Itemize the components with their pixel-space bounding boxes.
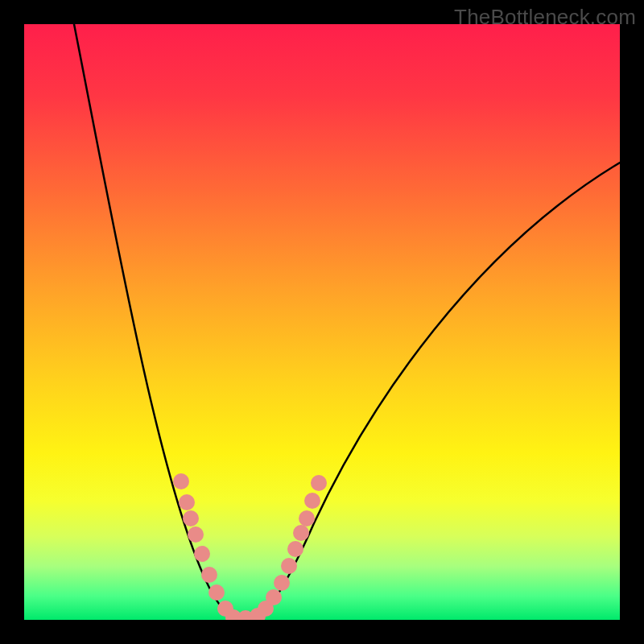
data-dot [208,584,225,601]
data-dot [287,541,303,557]
data-dot [201,567,217,583]
chart-frame [24,24,620,620]
watermark-text: TheBottleneck.com [454,5,636,30]
data-dot [179,494,195,510]
data-dot [173,473,189,489]
data-dot [299,510,315,526]
data-dot [194,546,210,562]
data-dot [266,589,282,605]
data-dot [274,575,290,591]
data-dot [311,475,327,491]
data-dot [183,510,199,526]
data-dot [293,525,309,541]
data-dot [304,493,320,509]
bottleneck-chart [24,24,620,620]
data-dot [188,526,204,543]
gradient-background [24,24,620,620]
data-dot [281,558,297,574]
